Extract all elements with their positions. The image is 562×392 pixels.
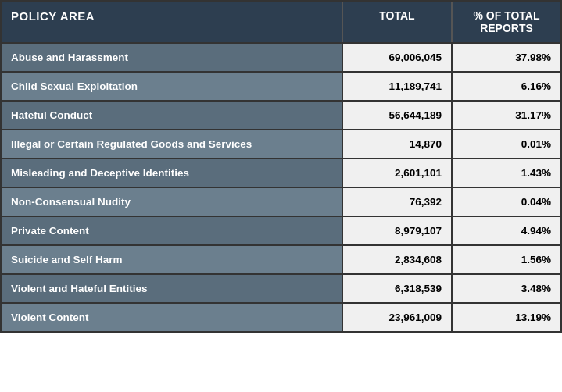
header-total: TOTAL — [342, 2, 451, 42]
cell-total: 8,979,107 — [342, 217, 451, 244]
cell-percent: 1.56% — [451, 246, 560, 273]
cell-total: 76,392 — [342, 188, 451, 216]
table-row: Hateful Conduct56,644,18931.17% — [2, 100, 560, 129]
cell-policy: Non-Consensual Nudity — [2, 188, 342, 216]
cell-total: 6,318,539 — [342, 275, 451, 302]
table-header: POLICY AREA TOTAL % OF TOTAL REPORTS — [2, 2, 560, 42]
policy-table: POLICY AREA TOTAL % OF TOTAL REPORTS Abu… — [0, 0, 562, 333]
table-row: Private Content8,979,1074.94% — [2, 216, 560, 244]
table-row: Violent Content23,961,00913.19% — [2, 302, 560, 331]
cell-total: 14,870 — [342, 130, 451, 158]
header-percent: % OF TOTAL REPORTS — [451, 2, 560, 42]
table-row: Violent and Hateful Entities6,318,5393.4… — [2, 273, 560, 302]
cell-total: 2,834,608 — [342, 246, 451, 273]
cell-total: 69,006,045 — [342, 44, 451, 71]
cell-policy: Private Content — [2, 217, 342, 244]
cell-percent: 0.04% — [451, 188, 560, 216]
table-row: Non-Consensual Nudity76,3920.04% — [2, 187, 560, 216]
cell-percent: 6.16% — [451, 73, 560, 100]
header-policy: POLICY AREA — [2, 2, 342, 42]
table-row: Child Sexual Exploitation11,189,7416.16% — [2, 71, 560, 100]
cell-percent: 3.48% — [451, 275, 560, 302]
table-row: Suicide and Self Harm2,834,6081.56% — [2, 244, 560, 273]
cell-policy: Illegal or Certain Regulated Goods and S… — [2, 130, 342, 158]
table-row: Abuse and Harassment69,006,04537.98% — [2, 42, 560, 71]
cell-percent: 31.17% — [451, 102, 560, 129]
cell-percent: 4.94% — [451, 217, 560, 244]
cell-percent: 13.19% — [451, 304, 560, 331]
cell-total: 2,601,101 — [342, 159, 451, 187]
cell-policy: Child Sexual Exploitation — [2, 73, 342, 100]
cell-policy: Misleading and Deceptive Identities — [2, 159, 342, 187]
table-row: Illegal or Certain Regulated Goods and S… — [2, 129, 560, 158]
cell-policy: Suicide and Self Harm — [2, 246, 342, 273]
cell-total: 56,644,189 — [342, 102, 451, 129]
cell-policy: Abuse and Harassment — [2, 44, 342, 71]
cell-policy: Violent and Hateful Entities — [2, 275, 342, 302]
cell-percent: 0.01% — [451, 130, 560, 158]
cell-policy: Violent Content — [2, 304, 342, 331]
table-row: Misleading and Deceptive Identities2,601… — [2, 158, 560, 187]
cell-percent: 1.43% — [451, 159, 560, 187]
cell-policy: Hateful Conduct — [2, 102, 342, 129]
table-body: Abuse and Harassment69,006,04537.98%Chil… — [2, 42, 560, 331]
cell-percent: 37.98% — [451, 44, 560, 71]
cell-total: 23,961,009 — [342, 304, 451, 331]
cell-total: 11,189,741 — [342, 73, 451, 100]
